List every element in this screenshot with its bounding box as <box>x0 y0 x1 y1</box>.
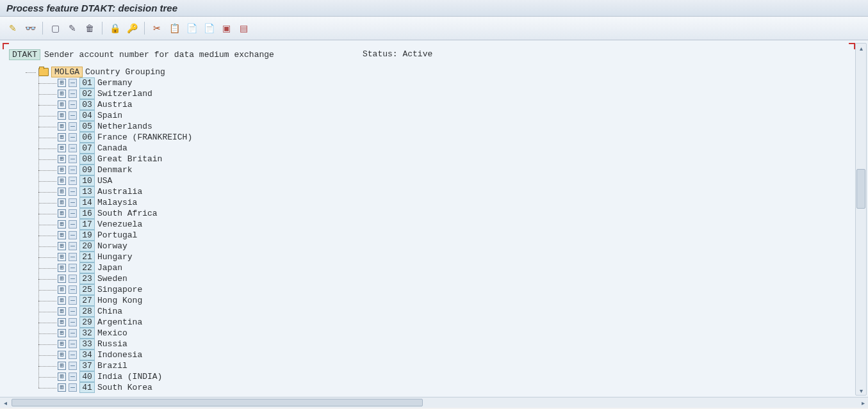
expand-icon[interactable]: ▣ <box>218 20 234 36</box>
expand-icon[interactable]: ⊞ <box>58 383 66 392</box>
country-node[interactable]: ⊞32Mexico <box>50 328 849 339</box>
expand-icon[interactable]: ⊞ <box>58 264 66 272</box>
create-icon[interactable]: ▢ <box>47 20 63 36</box>
node-icon <box>69 220 77 229</box>
group-children: ⊞01Germany⊞02Switzerland⊞03Austria⊞04Spa… <box>50 77 849 393</box>
expand-icon[interactable]: ⊞ <box>58 275 66 283</box>
collapse-icon[interactable]: ▤ <box>236 20 251 36</box>
expand-icon[interactable]: ⊞ <box>58 144 66 152</box>
expand-icon[interactable]: ⊞ <box>58 340 66 348</box>
copy-icon[interactable]: 📋 <box>167 20 182 36</box>
country-node[interactable]: ⊞03Austria <box>50 99 849 110</box>
expand-icon[interactable]: ⊞ <box>58 307 66 316</box>
node-icon <box>69 329 77 337</box>
expand-icon[interactable]: ⊞ <box>58 155 66 163</box>
cut-icon[interactable]: ✂ <box>149 20 165 36</box>
expand-icon[interactable]: ⊞ <box>58 231 66 239</box>
node-icon <box>69 122 77 131</box>
expand-icon[interactable]: ⊞ <box>58 177 66 185</box>
country-node[interactable]: ⊞04Spain <box>50 110 849 121</box>
paste2-icon[interactable]: 📄 <box>201 20 217 36</box>
country-name: Argentina <box>97 317 142 327</box>
country-code-badge: 32 <box>79 328 95 339</box>
status-field: Status: Active <box>363 49 432 59</box>
delete-icon[interactable]: 🗑 <box>82 20 97 36</box>
expand-icon[interactable]: ⊞ <box>58 253 66 261</box>
expand-icon[interactable]: ⊞ <box>58 133 66 141</box>
expand-icon[interactable]: ⊞ <box>58 100 66 109</box>
country-node[interactable]: ⊞27Hong Kong <box>50 295 849 306</box>
expand-icon[interactable]: ⊞ <box>58 79 66 87</box>
node-icon <box>69 362 77 370</box>
expand-icon[interactable]: ⊞ <box>58 351 66 359</box>
country-node[interactable]: ⊞01Germany <box>50 77 849 88</box>
check-icon[interactable]: ✎ <box>5 20 20 36</box>
vertical-scrollbar[interactable]: ▴ ▾ <box>855 43 867 396</box>
key-icon[interactable]: 🔑 <box>124 20 140 36</box>
country-node[interactable]: ⊞23Sweden <box>50 273 849 284</box>
country-node[interactable]: ⊞16South Africa <box>50 208 849 219</box>
scroll-right-arrow-icon[interactable]: ▸ <box>858 398 868 407</box>
country-node[interactable]: ⊞40India (INDIA) <box>50 371 849 382</box>
country-node[interactable]: ⊞06France (FRANKREICH) <box>50 132 849 143</box>
title-text: Process feature DTAKT: decision tree <box>6 3 177 13</box>
country-name: Brazil <box>97 361 127 371</box>
expand-icon[interactable]: ⊞ <box>58 362 66 370</box>
scroll-down-arrow-icon[interactable]: ▾ <box>856 386 865 395</box>
country-node[interactable]: ⊞34Indonesia <box>50 349 849 360</box>
horizontal-scrollbar[interactable]: ◂ ▸ <box>0 397 868 408</box>
country-node[interactable]: ⊞22Japan <box>50 262 849 273</box>
country-node[interactable]: ⊞10USA <box>50 175 849 186</box>
group-node[interactable]: MOLGA Country Grouping <box>26 67 849 77</box>
country-node[interactable]: ⊞19Portugal <box>50 230 849 241</box>
expand-icon[interactable]: ⊞ <box>58 198 66 207</box>
country-node[interactable]: ⊞08Great Britain <box>50 154 849 164</box>
change-icon[interactable]: ✎ <box>65 20 80 36</box>
glasses-icon[interactable]: 👓 <box>22 20 38 36</box>
expand-icon[interactable]: ⊞ <box>58 242 66 250</box>
country-node[interactable]: ⊞29Argentina <box>50 317 849 328</box>
country-node[interactable]: ⊞25Singapore <box>50 284 849 295</box>
country-node[interactable]: ⊞20Norway <box>50 241 849 252</box>
expand-icon[interactable]: ⊞ <box>58 111 66 120</box>
country-code-badge: 17 <box>79 219 95 230</box>
country-node[interactable]: ⊞14Malaysia <box>50 197 849 208</box>
country-code-badge: 07 <box>79 143 95 154</box>
expand-icon[interactable]: ⊞ <box>58 285 66 294</box>
expand-icon[interactable]: ⊞ <box>58 329 66 337</box>
vscroll-thumb[interactable] <box>856 169 865 209</box>
country-node[interactable]: ⊞37Brazil <box>50 360 849 371</box>
paste-icon[interactable]: 📄 <box>184 20 199 36</box>
country-node[interactable]: ⊞33Russia <box>50 339 849 349</box>
vscroll-track[interactable] <box>856 52 866 386</box>
scroll-up-arrow-icon[interactable]: ▴ <box>856 44 865 52</box>
country-code-badge: 23 <box>79 273 95 284</box>
expand-icon[interactable]: ⊞ <box>58 90 66 98</box>
country-code-badge: 13 <box>79 186 95 197</box>
country-node[interactable]: ⊞41South Korea <box>50 382 849 393</box>
node-icon <box>69 383 77 392</box>
lock-icon[interactable]: 🔒 <box>107 20 122 36</box>
country-node[interactable]: ⊞21Hungary <box>50 252 849 262</box>
country-node[interactable]: ⊞17Venezuela <box>50 219 849 230</box>
expand-icon[interactable]: ⊞ <box>58 373 66 381</box>
expand-icon[interactable]: ⊞ <box>58 220 66 229</box>
scroll-left-arrow-icon[interactable]: ◂ <box>0 398 10 407</box>
country-name: China <box>97 307 122 316</box>
country-node[interactable]: ⊞28China <box>50 306 849 317</box>
country-node[interactable]: ⊞05Netherlands <box>50 121 849 132</box>
country-node[interactable]: ⊞02Switzerland <box>50 88 849 99</box>
hscroll-track[interactable] <box>12 399 856 406</box>
expand-icon[interactable]: ⊞ <box>58 296 66 305</box>
country-code-badge: 08 <box>79 154 95 164</box>
expand-icon[interactable]: ⊞ <box>58 318 66 326</box>
expand-icon[interactable]: ⊞ <box>58 188 66 196</box>
country-node[interactable]: ⊞07Canada <box>50 143 849 154</box>
expand-icon[interactable]: ⊞ <box>58 122 66 131</box>
country-node[interactable]: ⊞13Australia <box>50 186 849 197</box>
status-label: Status: <box>363 49 398 59</box>
expand-icon[interactable]: ⊞ <box>58 166 66 174</box>
country-node[interactable]: ⊞09Denmark <box>50 164 849 175</box>
expand-icon[interactable]: ⊞ <box>58 209 66 218</box>
hscroll-thumb[interactable] <box>12 399 423 406</box>
